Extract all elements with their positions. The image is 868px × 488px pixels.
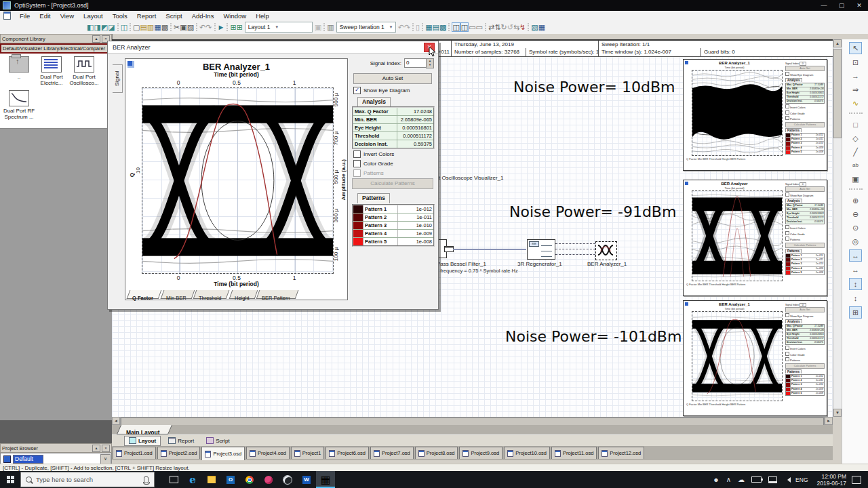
- clock[interactable]: 12:00 PM 2019-06-17: [817, 473, 846, 487]
- menu-tools[interactable]: Tools: [108, 12, 132, 20]
- project-tab-project1[interactable]: Project1: [291, 447, 325, 459]
- sweep-iteration-select[interactable]: Sweep Iteration 1▾: [336, 22, 396, 33]
- zoom-out-icon[interactable]: ⊖: [850, 209, 861, 220]
- wire-tool-5-icon[interactable]: ⇆: [513, 23, 519, 31]
- save-icon[interactable]: ▦: [154, 23, 161, 31]
- tab-q-factor[interactable]: Q Factor: [127, 290, 162, 299]
- minimize-icon[interactable]: —: [815, 2, 833, 9]
- tab-analysis[interactable]: Analysis: [357, 97, 391, 107]
- table-view-icon[interactable]: ▦: [425, 23, 432, 31]
- tab-patterns[interactable]: Patterns: [357, 193, 390, 203]
- zoom-window-icon[interactable]: ⊙: [850, 222, 861, 233]
- ber-analyzer-dialog[interactable]: BER Analyzer ✕ Signal BER Analyzer_1 Tim…: [107, 41, 439, 310]
- duplicate-layout-icon[interactable]: ⊞: [237, 23, 243, 31]
- grid-view-icon[interactable]: ▤: [433, 23, 439, 31]
- wire-tool-6-icon[interactable]: ↯: [519, 23, 526, 31]
- noise-power-label[interactable]: Noise Power= 10dBm: [513, 79, 675, 96]
- import-icon[interactable]: ▥: [147, 23, 154, 31]
- component-tool-2-icon[interactable]: ◨: [94, 23, 100, 31]
- draw-rect-icon[interactable]: □: [850, 119, 861, 130]
- component-item-folder-up[interactable]: ..: [3, 56, 35, 80]
- component-library-path[interactable]: Default/Visualizer Library/Electrical/Co…: [0, 43, 112, 54]
- arrange-window-1-icon[interactable]: ◫: [452, 22, 460, 32]
- wire-connect-icon[interactable]: ∿: [850, 98, 861, 108]
- project-tab-project4osd[interactable]: Project4.osd: [246, 447, 290, 459]
- search-input[interactable]: Type here to search: [20, 472, 155, 487]
- fit-vertical-2-icon[interactable]: ↕: [850, 293, 861, 304]
- people-icon[interactable]: ☻: [713, 476, 719, 483]
- draw-polygon-icon[interactable]: ◇: [850, 133, 861, 144]
- chevron-up-icon[interactable]: ∧: [726, 476, 731, 483]
- pan-tool-icon[interactable]: ⊡: [850, 57, 861, 68]
- project-tab-project7osd[interactable]: Project7.osd: [370, 447, 414, 459]
- open-file-icon[interactable]: ▤: [140, 23, 146, 31]
- noise-power-label[interactable]: Noise Power= -101dBm: [505, 328, 682, 345]
- component-mode-icon[interactable]: ▥: [327, 23, 334, 31]
- regenerator-label[interactable]: 3R Regenerator_1: [517, 261, 562, 267]
- prev-sweep-icon[interactable]: ↶: [398, 23, 404, 31]
- component-item-electric-visualizer[interactable]: Dual PortElectric...: [35, 56, 68, 86]
- ber-analyzer-thumbnail[interactable]: BER Analyzer_1Time (bit period) Q Factor…: [683, 59, 827, 171]
- component-item-oscilloscope-visualizer[interactable]: Dual PortOscillosco...: [68, 56, 100, 86]
- menu-edit[interactable]: Edit: [35, 12, 55, 20]
- menu-help[interactable]: Help: [251, 12, 274, 20]
- tab-threshold[interactable]: Threshold: [193, 290, 230, 299]
- scroll-left-icon[interactable]: ◄: [112, 417, 120, 425]
- fit-vertical-icon[interactable]: ↕: [849, 278, 862, 290]
- scroll-down-icon[interactable]: ▼: [833, 409, 842, 417]
- menu-window[interactable]: Window: [218, 12, 251, 20]
- taskbar-edge-icon[interactable]: e: [183, 471, 202, 488]
- arrange-window-3-icon[interactable]: ▭: [469, 23, 475, 31]
- project-tab-project2osd[interactable]: Project2.osd: [157, 447, 201, 459]
- draw-text-icon[interactable]: ab: [850, 160, 861, 171]
- wire-tool-1-icon[interactable]: ⇄: [488, 23, 494, 31]
- signal-wire[interactable]: [453, 249, 526, 250]
- close-window-icon[interactable]: ✕: [850, 2, 868, 9]
- tab-ber-pattern[interactable]: BER Pattern: [256, 290, 298, 299]
- report-tool-icon[interactable]: ▧: [531, 23, 538, 31]
- oscilloscope-label[interactable]: t Oscilloscope Visualizer_1: [439, 175, 503, 181]
- ber-analyzer-label[interactable]: BER Analyzer_1: [587, 261, 627, 267]
- project-tab-project9osd[interactable]: Project9.osd: [459, 447, 502, 459]
- start-button[interactable]: [0, 471, 20, 488]
- signal-index-spinner[interactable]: ▲▼: [426, 58, 434, 68]
- menu-report[interactable]: Report: [132, 12, 161, 20]
- taskbar-word-icon[interactable]: W: [297, 471, 316, 488]
- draw-line-icon[interactable]: ╱: [850, 146, 861, 157]
- paste-icon[interactable]: ▨: [187, 23, 194, 31]
- redo-icon[interactable]: ↷: [205, 23, 212, 31]
- layout-select[interactable]: Layout 1▾: [245, 22, 313, 33]
- print-icon[interactable]: ▩: [161, 23, 168, 31]
- arrange-window-4-icon[interactable]: ▭: [476, 23, 483, 31]
- fit-horizontal-icon[interactable]: ↔: [849, 249, 862, 262]
- component-tool-1-icon[interactable]: ◧: [87, 23, 94, 31]
- tab-height[interactable]: Height: [229, 290, 257, 299]
- view-tab-report[interactable]: Report: [163, 436, 199, 446]
- show-eye-diagram-checkbox[interactable]: ✓ Show Eye Diagram: [353, 87, 410, 94]
- scroll-up-icon[interactable]: ▲: [833, 39, 842, 47]
- wire-tool-4-icon[interactable]: ↺: [507, 23, 513, 31]
- project-root-name[interactable]: Default: [13, 455, 43, 464]
- signal-index-input[interactable]: 0: [404, 58, 427, 68]
- new-file-icon[interactable]: ▢: [133, 23, 140, 31]
- taskbar-task-view-icon[interactable]: [164, 471, 183, 488]
- taskbar-photos-icon[interactable]: [259, 471, 278, 488]
- arrange-window-2-icon[interactable]: ◫: [460, 22, 469, 32]
- insert-image-icon[interactable]: ▣: [850, 174, 861, 184]
- add-layout-icon[interactable]: ⊞: [230, 23, 236, 31]
- project-tab-project12osd[interactable]: Project12.osd: [598, 447, 644, 459]
- component-item-rf-spectrum-visualizer[interactable]: Dual Port RFSpectrum ...: [3, 90, 35, 120]
- delete-layout-icon[interactable]: ▣: [315, 23, 321, 31]
- onedrive-icon[interactable]: ☁: [738, 476, 745, 483]
- taskbar-optisystem-icon[interactable]: ▦: [316, 471, 335, 488]
- project-tab-project8osd[interactable]: Project8.osd: [415, 447, 458, 459]
- fit-page-icon[interactable]: ⊞: [849, 306, 862, 319]
- ber-analyzer-thumbnail[interactable]: BER Analyzer_1Time (bit period) Q Factor…: [683, 300, 827, 416]
- view-tab-script[interactable]: Script: [201, 436, 234, 446]
- sweep-pause-icon[interactable]: ▯: [416, 23, 420, 31]
- tab-main-layout[interactable]: Main Layout: [117, 425, 172, 434]
- ber-analyzer-component[interactable]: [595, 241, 617, 260]
- tab-signal[interactable]: Signal: [113, 64, 123, 93]
- taskbar-chrome-icon[interactable]: [240, 471, 259, 488]
- menu-view[interactable]: View: [56, 12, 79, 20]
